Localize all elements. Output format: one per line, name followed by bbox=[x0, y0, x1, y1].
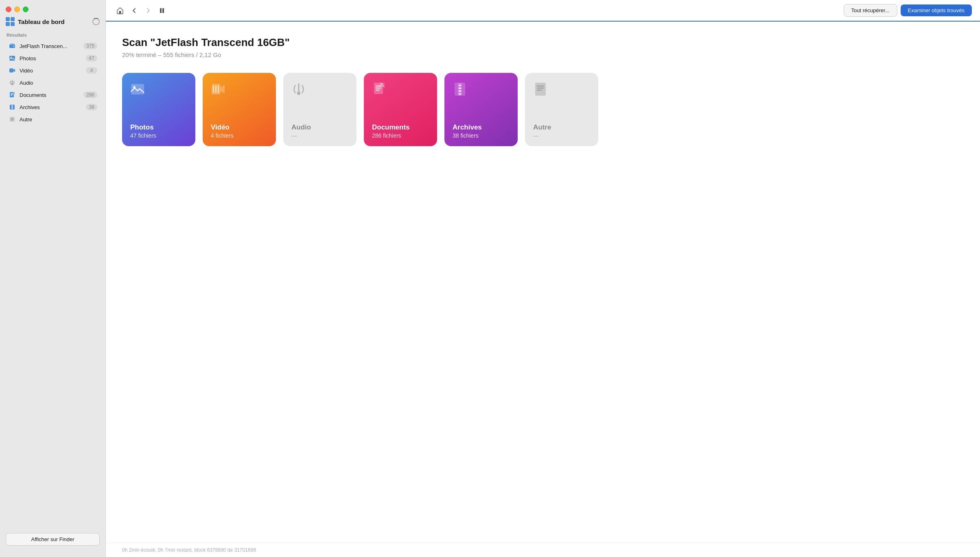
titlebar bbox=[0, 0, 105, 15]
card-autre-icon bbox=[533, 82, 590, 99]
sidebar-item-audio[interactable]: Audio bbox=[2, 77, 103, 89]
sidebar-item-documents[interactable]: Documents 286 bbox=[2, 89, 103, 101]
sidebar-item-autre[interactable]: Autre bbox=[2, 113, 103, 125]
main-panel: Tout récupérer... Examiner objets trouvé… bbox=[106, 0, 980, 557]
sidebar: Tableau de bord Résultats JetFlash Trans… bbox=[0, 0, 106, 557]
content-area: Scan "JetFlash Transcend 16GB" 20% termi… bbox=[106, 22, 980, 543]
sidebar-item-jetflash[interactable]: JetFlash Transcen... 375 bbox=[2, 40, 103, 52]
card-video-name: Vidéo bbox=[211, 123, 268, 132]
chevron-left-icon bbox=[131, 7, 138, 14]
card-autre[interactable]: Autre — bbox=[525, 73, 598, 146]
svg-rect-27 bbox=[213, 86, 214, 93]
sidebar-item-video[interactable]: Vidéo 4 bbox=[2, 64, 103, 77]
card-audio-name: Audio bbox=[291, 123, 348, 132]
svg-rect-5 bbox=[9, 68, 13, 72]
sidebar-item-count-archives: 38 bbox=[86, 104, 97, 110]
svg-rect-14 bbox=[12, 105, 13, 106]
card-archives-bottom: Archives 38 fichiers bbox=[453, 123, 510, 139]
sidebar-item-count-video: 4 bbox=[86, 67, 97, 74]
svg-rect-11 bbox=[13, 92, 15, 94]
scan-subtitle: 20% terminé – 555 fichiers / 2,12 Go bbox=[122, 51, 964, 58]
card-documents-count: 286 fichiers bbox=[372, 132, 429, 139]
card-documents-bottom: Documents 286 fichiers bbox=[372, 123, 429, 139]
photos-icon bbox=[8, 54, 16, 62]
status-bar: 0h 2min écoulé, 0h 7min restant, block 6… bbox=[106, 543, 980, 557]
card-photos-icon bbox=[130, 82, 187, 99]
app-title-row: Tableau de bord bbox=[0, 15, 105, 31]
sidebar-item-photos[interactable]: Photos 47 bbox=[2, 52, 103, 64]
toolbar-nav bbox=[114, 5, 168, 16]
card-video[interactable]: Vidéo 4 fichiers bbox=[203, 73, 276, 146]
status-text: 0h 2min écoulé, 0h 7min restant, block 6… bbox=[122, 547, 256, 553]
toolbar: Tout récupérer... Examiner objets trouvé… bbox=[106, 0, 980, 22]
scan-title: Scan "JetFlash Transcend 16GB" bbox=[122, 36, 964, 49]
svg-rect-40 bbox=[459, 90, 462, 92]
svg-rect-41 bbox=[459, 93, 462, 95]
card-archives-count: 38 fichiers bbox=[453, 132, 510, 139]
svg-rect-3 bbox=[9, 56, 15, 61]
documents-icon bbox=[8, 91, 16, 99]
svg-rect-15 bbox=[12, 107, 13, 107]
card-video-icon bbox=[211, 82, 268, 99]
examine-button[interactable]: Examiner objets trouvés bbox=[901, 4, 972, 16]
card-documents-icon bbox=[372, 82, 429, 99]
sidebar-item-count-photos: 47 bbox=[86, 55, 97, 61]
card-archives-name: Archives bbox=[453, 123, 510, 132]
pause-button[interactable] bbox=[156, 6, 168, 15]
autre-icon bbox=[8, 115, 16, 123]
svg-rect-9 bbox=[11, 94, 13, 95]
svg-rect-39 bbox=[459, 88, 462, 89]
video-icon bbox=[8, 66, 16, 75]
close-button[interactable] bbox=[6, 7, 11, 12]
card-photos-bottom: Photos 47 fichiers bbox=[130, 123, 187, 139]
back-button[interactable] bbox=[129, 6, 140, 15]
sidebar-item-label-autre: Autre bbox=[20, 116, 97, 123]
svg-rect-38 bbox=[459, 85, 462, 86]
svg-rect-28 bbox=[215, 86, 217, 93]
svg-rect-44 bbox=[537, 88, 544, 89]
svg-rect-19 bbox=[11, 119, 14, 120]
card-audio[interactable]: Audio — bbox=[283, 73, 357, 146]
card-autre-name: Autre bbox=[533, 123, 590, 132]
card-documents-name: Documents bbox=[372, 123, 429, 132]
sidebar-item-label-video: Vidéo bbox=[20, 68, 83, 74]
sidebar-item-count-documents: 286 bbox=[83, 92, 97, 98]
home-button[interactable] bbox=[114, 5, 126, 16]
svg-rect-23 bbox=[162, 8, 164, 13]
cards-grid: Photos 47 fichiers Vidéo bbox=[122, 73, 964, 146]
svg-rect-21 bbox=[119, 11, 121, 13]
svg-rect-18 bbox=[11, 118, 14, 118]
finder-button[interactable]: Afficher sur Finder bbox=[6, 533, 100, 546]
svg-rect-43 bbox=[537, 86, 544, 87]
minimize-button[interactable] bbox=[14, 7, 20, 12]
card-archives-icon bbox=[453, 82, 510, 99]
card-documents[interactable]: Documents 286 fichiers bbox=[364, 73, 437, 146]
card-photos[interactable]: Photos 47 fichiers bbox=[122, 73, 195, 146]
card-archives[interactable]: Archives 38 fichiers bbox=[444, 73, 518, 146]
svg-rect-1 bbox=[10, 44, 14, 45]
card-video-bottom: Vidéo 4 fichiers bbox=[211, 123, 268, 139]
sidebar-footer: Afficher sur Finder bbox=[0, 528, 105, 550]
card-photos-count: 47 fichiers bbox=[130, 132, 187, 139]
recover-all-button[interactable]: Tout récupérer... bbox=[844, 4, 897, 17]
card-audio-bottom: Audio — bbox=[291, 123, 348, 139]
chevron-right-icon bbox=[145, 7, 151, 14]
forward-button[interactable] bbox=[142, 6, 154, 15]
svg-point-2 bbox=[13, 46, 14, 46]
svg-point-30 bbox=[297, 92, 300, 95]
card-audio-count: — bbox=[291, 132, 348, 139]
svg-rect-10 bbox=[11, 95, 12, 96]
svg-point-6 bbox=[11, 83, 13, 85]
sidebar-item-label-documents: Documents bbox=[20, 92, 80, 98]
svg-rect-45 bbox=[537, 90, 542, 91]
maximize-button[interactable] bbox=[23, 7, 28, 12]
app-icon bbox=[6, 17, 15, 26]
svg-rect-33 bbox=[376, 88, 381, 89]
svg-rect-29 bbox=[218, 86, 219, 93]
drive-icon bbox=[8, 42, 16, 50]
svg-rect-16 bbox=[12, 108, 13, 109]
sidebar-item-label-photos: Photos bbox=[20, 55, 83, 61]
card-video-count: 4 fichiers bbox=[211, 132, 268, 139]
sidebar-item-archives[interactable]: Archives 38 bbox=[2, 101, 103, 113]
card-autre-count: — bbox=[533, 132, 590, 139]
